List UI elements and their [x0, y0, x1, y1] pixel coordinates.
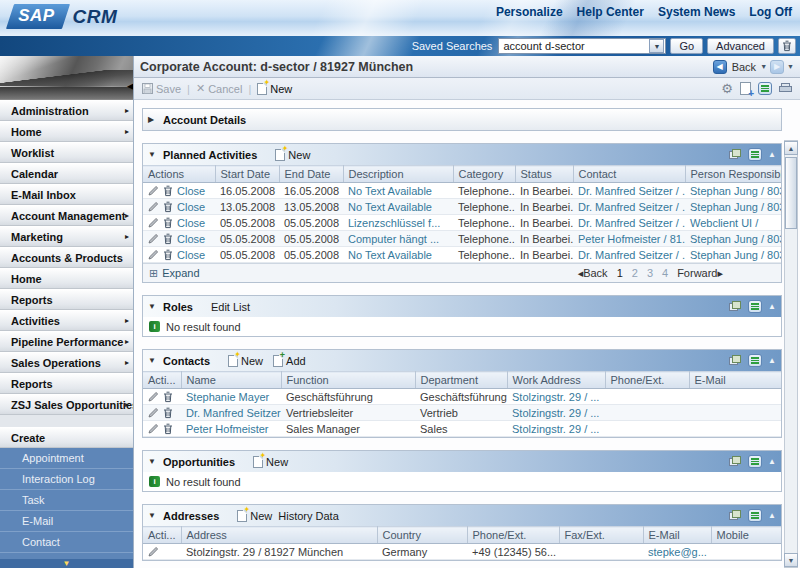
- export-icon[interactable]: [729, 355, 742, 366]
- col-country[interactable]: Country: [377, 527, 467, 544]
- col-actions[interactable]: Acti...: [143, 527, 181, 544]
- collapse-triangle-icon[interactable]: ▼: [148, 356, 157, 365]
- create-item-appointment[interactable]: Appointment: [0, 448, 133, 469]
- collapse-triangle-icon[interactable]: ▼: [148, 150, 157, 159]
- col-person-responsible[interactable]: Person Responsible: [685, 166, 781, 183]
- print-icon[interactable]: [779, 83, 792, 94]
- scroll-up-arrow[interactable]: ▲: [784, 141, 798, 155]
- collapse-triangle-icon[interactable]: ▼: [148, 302, 157, 311]
- sidebar-item-marketing[interactable]: Marketing▸: [0, 226, 133, 247]
- sidebar-item-activities[interactable]: Activities▸: [0, 310, 133, 331]
- sidebar-item-home[interactable]: Home▸: [0, 121, 133, 142]
- create-item-task[interactable]: Task: [0, 490, 133, 511]
- trash-icon[interactable]: [163, 249, 173, 261]
- col-email[interactable]: E-Mail: [643, 527, 711, 544]
- groupware-list-icon[interactable]: [748, 148, 762, 161]
- chevron-down-icon[interactable]: ▼: [649, 39, 664, 53]
- col-start-date[interactable]: Start Date: [215, 166, 279, 183]
- groupware-list-icon[interactable]: [748, 509, 762, 522]
- trash-icon[interactable]: [163, 217, 173, 229]
- groupware-list-icon[interactable]: [748, 455, 762, 468]
- collapse-panel-icon[interactable]: ▲: [768, 302, 776, 311]
- saved-search-input[interactable]: [499, 40, 649, 52]
- advanced-button[interactable]: Advanced: [707, 38, 774, 54]
- collapse-triangle-icon[interactable]: ▼: [148, 457, 157, 466]
- edit-pencil-icon[interactable]: [148, 233, 159, 244]
- trash-icon[interactable]: [163, 407, 173, 419]
- close-link[interactable]: Close: [177, 201, 205, 213]
- description-link[interactable]: No Text Available: [348, 201, 432, 213]
- edit-pencil-icon[interactable]: [148, 391, 159, 402]
- sidebar-item-administration[interactable]: Administration▸: [0, 100, 133, 121]
- link-personalize[interactable]: Personalize: [496, 5, 563, 19]
- col-mobile[interactable]: Mobile: [711, 527, 781, 544]
- col-email[interactable]: E-Mail: [689, 372, 781, 389]
- edit-pencil-icon[interactable]: [148, 249, 159, 260]
- col-status[interactable]: Status: [515, 166, 573, 183]
- contacts-new-button[interactable]: New: [228, 355, 263, 367]
- col-actions[interactable]: Acti...: [143, 372, 181, 389]
- col-address[interactable]: Address: [181, 527, 377, 544]
- description-link[interactable]: Computer hängt ...: [348, 233, 439, 245]
- sidebar-item-sales-operations[interactable]: Sales Operations▸: [0, 352, 133, 373]
- forward-caret-icon[interactable]: ▼: [787, 63, 794, 70]
- back-label[interactable]: Back: [732, 61, 756, 73]
- col-function[interactable]: Function: [281, 372, 415, 389]
- edit-pencil-icon[interactable]: [148, 407, 159, 418]
- scrollbar-thumb[interactable]: [785, 157, 797, 229]
- groupware-list-icon[interactable]: [748, 354, 762, 367]
- groupware-list-icon[interactable]: [748, 300, 762, 313]
- edit-pencil-icon[interactable]: [148, 546, 159, 557]
- description-link[interactable]: Lizenzschlüssel f...: [348, 217, 440, 229]
- collapse-panel-icon[interactable]: ▲: [768, 150, 776, 159]
- edit-list-button[interactable]: Edit List: [211, 301, 250, 313]
- responsible-link[interactable]: Stephan Jung / 803...: [690, 185, 781, 197]
- contact-name-link[interactable]: Stephanie Mayer: [186, 391, 269, 403]
- export-icon[interactable]: [729, 149, 742, 160]
- col-department[interactable]: Department: [415, 372, 507, 389]
- back-icon[interactable]: ◀: [713, 60, 727, 74]
- col-description[interactable]: Description: [343, 166, 453, 183]
- close-link[interactable]: Close: [177, 249, 205, 261]
- go-button[interactable]: Go: [670, 38, 703, 54]
- saved-search-combobox[interactable]: ▼: [498, 38, 666, 54]
- col-phone[interactable]: Phone/Ext.: [605, 372, 689, 389]
- forward-icon[interactable]: ▶: [770, 60, 784, 74]
- description-link[interactable]: No Text Available: [348, 249, 432, 261]
- email-link[interactable]: stepke@g...: [648, 546, 707, 558]
- description-link[interactable]: No Text Available: [348, 185, 432, 197]
- sidebar-scroll-down[interactable]: ▼: [0, 559, 133, 568]
- edit-pencil-icon[interactable]: [148, 185, 159, 196]
- close-link[interactable]: Close: [177, 185, 205, 197]
- close-link[interactable]: Close: [177, 217, 205, 229]
- sidebar-item-email-inbox[interactable]: E-Mail Inbox: [0, 184, 133, 205]
- page-4[interactable]: 4: [662, 267, 668, 279]
- work-address-link[interactable]: Stolzingstr. 29 / ...: [512, 391, 599, 403]
- edit-pencil-icon[interactable]: [148, 423, 159, 434]
- collapse-panel-icon[interactable]: ▲: [768, 356, 776, 365]
- sidebar-item-worklist[interactable]: Worklist: [0, 142, 133, 163]
- export-icon[interactable]: [729, 456, 742, 467]
- sidebar-item-accounts-products[interactable]: Accounts & Products: [0, 247, 133, 268]
- link-log-off[interactable]: Log Off: [749, 5, 792, 19]
- sidebar-item-home-2[interactable]: Home: [0, 268, 133, 289]
- responsible-link[interactable]: Stephan Jung / 803...: [690, 249, 781, 261]
- create-item-interaction-log[interactable]: Interaction Log: [0, 469, 133, 490]
- contact-link[interactable]: Dr. Manfred Seitzer / ...: [578, 201, 685, 213]
- contact-link[interactable]: Peter Hofmeister / 81...: [578, 233, 685, 245]
- personalize-page-icon[interactable]: [740, 82, 751, 95]
- create-item-email[interactable]: E-Mail: [0, 511, 133, 532]
- page-back-button[interactable]: ◂Back: [578, 267, 608, 280]
- trash-icon[interactable]: [163, 423, 173, 435]
- col-work-address[interactable]: Work Address: [507, 372, 605, 389]
- trash-icon[interactable]: [163, 233, 173, 245]
- contact-name-link[interactable]: Peter Hofmeister: [186, 423, 269, 435]
- edit-pencil-icon[interactable]: [148, 217, 159, 228]
- responsible-link[interactable]: Webclient UI /: [690, 217, 758, 229]
- close-link[interactable]: Close: [177, 233, 205, 245]
- sidebar-item-account-management[interactable]: Account Management▸: [0, 205, 133, 226]
- export-icon[interactable]: [729, 301, 742, 312]
- trash-icon[interactable]: [163, 201, 173, 213]
- contact-link[interactable]: Dr. Manfred Seitzer / ...: [578, 249, 685, 261]
- responsible-link[interactable]: Stephan Jung / 803...: [690, 201, 781, 213]
